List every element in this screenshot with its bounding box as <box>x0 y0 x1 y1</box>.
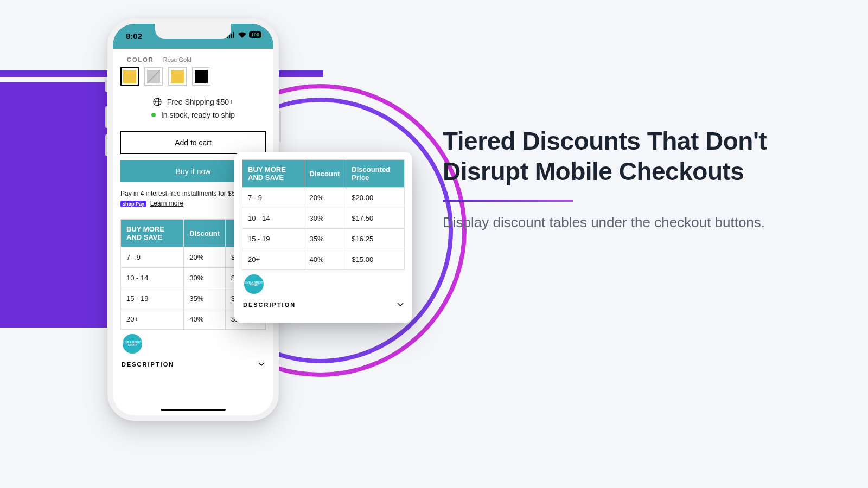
add-to-cart-button[interactable]: Add to cart <box>120 131 266 154</box>
description-accordion[interactable]: DESCRIPTION <box>242 294 405 316</box>
battery-icon: 100 <box>249 31 261 38</box>
brand-badge[interactable]: LIVE A GREAT STORY <box>123 334 142 354</box>
table-header-row: BUY MORE AND SAVE Discount Discounted Pr… <box>242 160 405 188</box>
th-price: Discounted Price <box>346 160 405 188</box>
table-row: 20+40%$15.00 <box>242 249 405 270</box>
phone-notch <box>155 24 231 39</box>
table-row: 7 - 920%$20.00 <box>242 188 405 208</box>
th-quantity: BUY MORE AND SAVE <box>242 160 304 188</box>
swatch-gold-alt[interactable] <box>168 67 187 86</box>
learn-more-link[interactable]: Learn more <box>150 200 183 207</box>
color-swatches <box>120 67 266 86</box>
status-bar: 8:02 100 <box>113 24 273 49</box>
discount-table-popup: BUY MORE AND SAVE Discount Discounted Pr… <box>234 152 412 323</box>
globe-icon <box>153 98 162 106</box>
color-value: Rose Gold <box>163 56 192 63</box>
description-accordion[interactable]: DESCRIPTION <box>120 354 266 375</box>
subheadline-text: Display discount tables under the checko… <box>443 213 812 233</box>
chevron-down-icon <box>397 303 404 307</box>
chevron-down-icon <box>258 362 265 367</box>
swatch-silver-soldout[interactable] <box>144 67 163 86</box>
in-stock-dot-icon <box>151 113 156 117</box>
swatch-gold-selected[interactable] <box>120 67 139 86</box>
shipping-info: Free Shipping $50+ <box>120 98 266 106</box>
headline-text: Tiered Discounts That Don't Disrupt Mobi… <box>443 126 812 187</box>
brand-badge[interactable]: LIVE A GREAT STORY <box>244 274 264 294</box>
phone-volume-down <box>105 134 107 156</box>
shoppay-badge: shop Pay <box>120 201 146 207</box>
swatch-black[interactable] <box>192 67 210 86</box>
phone-power-button <box>279 111 281 142</box>
wifi-icon <box>238 32 246 38</box>
color-label: COLOR Rose Gold <box>120 56 266 63</box>
stock-info: In stock, ready to ship <box>120 111 266 119</box>
status-time: 8:02 <box>126 31 142 41</box>
home-indicator <box>161 409 226 411</box>
discount-table-enlarged: BUY MORE AND SAVE Discount Discounted Pr… <box>242 159 405 270</box>
th-discount: Discount <box>184 220 226 247</box>
phone-silence-switch <box>105 80 107 92</box>
marketing-copy: Tiered Discounts That Don't Disrupt Mobi… <box>443 126 812 233</box>
table-row: 10 - 1430%$17.50 <box>242 208 405 229</box>
table-row: 15 - 1935%$16.25 <box>242 229 405 249</box>
th-quantity: BUY MORE AND SAVE <box>121 220 184 247</box>
accent-underline <box>443 200 573 202</box>
phone-volume-up <box>105 106 107 128</box>
th-discount: Discount <box>304 160 346 188</box>
